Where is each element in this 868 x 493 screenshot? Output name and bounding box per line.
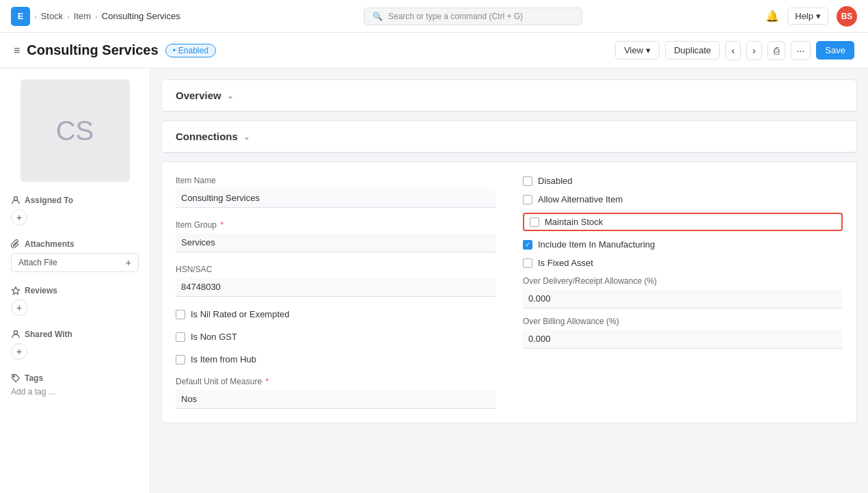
overview-chevron-icon: ⌄ bbox=[227, 91, 234, 101]
attachments-label: Attachments bbox=[11, 239, 139, 249]
hamburger-icon[interactable]: ≡ bbox=[14, 44, 20, 57]
help-label: Help bbox=[795, 11, 813, 21]
avatar[interactable]: BS bbox=[837, 6, 857, 27]
item-group-group: Item Group * bbox=[176, 220, 496, 252]
disabled-checkbox[interactable] bbox=[523, 176, 532, 186]
left-column: Item Name Item Group * HSN/SAC bbox=[176, 176, 496, 409]
include-manufacturing-row[interactable]: Include Item In Manufacturing bbox=[523, 239, 843, 250]
notifications-icon[interactable]: 🔔 bbox=[765, 10, 779, 23]
attachments-section: Attachments Attach File + bbox=[11, 239, 139, 272]
help-button[interactable]: Help ▾ bbox=[787, 8, 828, 25]
duplicate-button[interactable]: Duplicate bbox=[665, 41, 720, 59]
search-icon: 🔍 bbox=[372, 12, 383, 21]
over-delivery-input[interactable] bbox=[523, 289, 843, 308]
status-badge: • Enabled bbox=[165, 44, 216, 57]
more-button[interactable]: ··· bbox=[791, 41, 811, 60]
hsn-sac-input[interactable] bbox=[176, 278, 496, 297]
reviews-label: Reviews bbox=[11, 286, 139, 295]
right-column: Disabled Allow Alternative Item Maintain… bbox=[523, 176, 843, 409]
breadcrumb-stock[interactable]: Stock bbox=[41, 11, 64, 21]
nil-rated-checkbox[interactable] bbox=[176, 310, 185, 319]
allow-alternative-checkbox[interactable] bbox=[523, 195, 532, 204]
item-name-label: Item Name bbox=[176, 176, 496, 185]
status-label: Enabled bbox=[178, 46, 208, 55]
svg-point-3 bbox=[14, 376, 15, 377]
breadcrumb-item[interactable]: Item bbox=[74, 11, 91, 21]
sidebar: CS Assigned To + Attachments Attach File… bbox=[0, 68, 150, 493]
star-icon bbox=[11, 286, 21, 295]
assigned-to-label: Assigned To bbox=[11, 196, 139, 205]
overview-card: Overview ⌄ bbox=[161, 79, 857, 112]
connections-header[interactable]: Connections ⌄ bbox=[162, 121, 856, 152]
item-name-input[interactable] bbox=[176, 189, 496, 208]
reviews-section: Reviews + bbox=[11, 286, 139, 316]
allow-alternative-row[interactable]: Allow Alternative Item bbox=[523, 194, 843, 204]
add-shared-button[interactable]: + bbox=[11, 343, 27, 360]
breadcrumb-area: E › Stock › Item › Consulting Services bbox=[11, 7, 180, 26]
view-button[interactable]: View ▾ bbox=[615, 41, 660, 59]
over-billing-input[interactable] bbox=[523, 330, 843, 349]
maintain-stock-checkbox[interactable] bbox=[530, 217, 539, 227]
sep3: › bbox=[95, 12, 98, 21]
is-fixed-asset-checkbox[interactable] bbox=[523, 258, 532, 268]
item-from-hub-row[interactable]: Is Item from Hub bbox=[176, 354, 496, 364]
assigned-to-section: Assigned To + bbox=[11, 196, 139, 226]
default-uom-input[interactable] bbox=[176, 390, 496, 409]
main-content: Overview ⌄ Connections ⌄ Item Name bbox=[150, 68, 868, 493]
page-header: ≡ Consulting Services • Enabled View ▾ D… bbox=[0, 33, 868, 68]
item-from-hub-checkbox[interactable] bbox=[176, 355, 185, 364]
item-avatar: CS bbox=[21, 79, 130, 182]
shared-with-section: Shared With + bbox=[11, 330, 139, 360]
include-manufacturing-checkbox[interactable] bbox=[523, 240, 532, 250]
allow-alternative-label: Allow Alternative Item bbox=[538, 194, 623, 204]
page-header-right: View ▾ Duplicate ‹ › ⎙ ··· Save bbox=[615, 41, 854, 60]
next-button[interactable]: › bbox=[746, 41, 762, 60]
form-grid: Item Name Item Group * HSN/SAC bbox=[176, 176, 843, 409]
status-dot: • bbox=[173, 46, 176, 55]
search-placeholder: Search or type a command (Ctrl + G) bbox=[388, 12, 523, 21]
nil-rated-label: Is Nil Rated or Exempted bbox=[191, 309, 290, 319]
prev-button[interactable]: ‹ bbox=[725, 41, 741, 60]
item-group-label: Item Group * bbox=[176, 220, 496, 230]
is-fixed-asset-row[interactable]: Is Fixed Asset bbox=[523, 258, 843, 268]
view-chevron-icon: ▾ bbox=[646, 45, 651, 55]
non-gst-checkbox[interactable] bbox=[176, 332, 185, 342]
maintain-stock-label: Maintain Stock bbox=[545, 217, 603, 227]
attach-plus-icon: + bbox=[126, 257, 131, 268]
attach-file-button[interactable]: Attach File + bbox=[11, 253, 139, 272]
search-area: 🔍 Search or type a command (Ctrl + G) bbox=[180, 8, 766, 25]
search-bar[interactable]: 🔍 Search or type a command (Ctrl + G) bbox=[364, 8, 582, 25]
non-gst-row[interactable]: Is Non GST bbox=[176, 332, 496, 342]
add-assigned-button[interactable]: + bbox=[11, 209, 27, 226]
add-tag-link[interactable]: Add a tag ... bbox=[11, 387, 139, 397]
top-navigation: E › Stock › Item › Consulting Services 🔍… bbox=[0, 0, 868, 33]
overview-header[interactable]: Overview ⌄ bbox=[162, 80, 856, 111]
item-group-input[interactable] bbox=[176, 233, 496, 252]
item-name-group: Item Name bbox=[176, 176, 496, 208]
item-from-hub-label: Is Item from Hub bbox=[191, 354, 256, 364]
nil-rated-row[interactable]: Is Nil Rated or Exempted bbox=[176, 309, 496, 319]
app-icon[interactable]: E bbox=[11, 7, 30, 26]
disabled-label: Disabled bbox=[538, 176, 573, 186]
disabled-row[interactable]: Disabled bbox=[523, 176, 843, 186]
over-delivery-group: Over Delivery/Receipt Allowance (%) bbox=[523, 276, 843, 308]
hsn-sac-group: HSN/SAC bbox=[176, 265, 496, 297]
save-button[interactable]: Save bbox=[816, 41, 854, 59]
maintain-stock-row[interactable]: Maintain Stock bbox=[523, 213, 843, 231]
sep2: › bbox=[67, 12, 70, 21]
form-card: Item Name Item Group * HSN/SAC bbox=[161, 161, 857, 423]
share-icon bbox=[11, 330, 21, 339]
print-button[interactable]: ⎙ bbox=[768, 41, 785, 60]
svg-marker-1 bbox=[12, 287, 20, 295]
include-manufacturing-label: Include Item In Manufacturing bbox=[538, 239, 655, 250]
sep1: › bbox=[34, 12, 37, 21]
topnav-right: 🔔 Help ▾ BS bbox=[765, 6, 857, 27]
svg-point-0 bbox=[14, 197, 17, 200]
connections-chevron-icon: ⌄ bbox=[243, 132, 250, 142]
add-review-button[interactable]: + bbox=[11, 299, 27, 316]
hsn-sac-label: HSN/SAC bbox=[176, 265, 496, 274]
breadcrumb-current: Consulting Services bbox=[102, 11, 180, 21]
tag-icon bbox=[11, 373, 21, 383]
over-delivery-label: Over Delivery/Receipt Allowance (%) bbox=[523, 276, 843, 286]
main-layout: CS Assigned To + Attachments Attach File… bbox=[0, 68, 868, 493]
